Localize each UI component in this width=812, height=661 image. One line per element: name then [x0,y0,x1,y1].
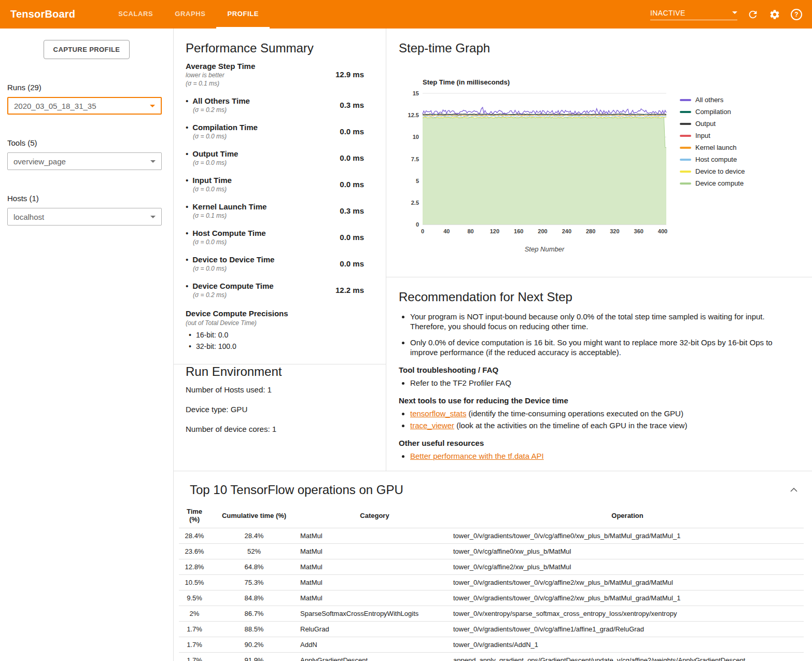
status-value: INACTIVE [650,9,685,17]
env-line: Number of Hosts used: 1 [186,385,386,394]
column-header: Cumulative time (%) [210,505,298,528]
svg-text:400: 400 [658,228,667,234]
legend-label: Input [695,132,710,139]
svg-text:40: 40 [443,228,450,234]
table-cell: tower_0/v/gradients/tower_0/v/cg/affine0… [451,528,804,544]
table-cell: 88.5% [210,622,298,637]
env-line: Device type: GPU [186,405,386,414]
table-cell: MatMul [298,575,451,590]
legend-item: Kernel launch [680,144,745,151]
legend-label: Host compute [695,156,737,163]
link-trace-viewer[interactable]: trace_viewer [410,421,454,430]
rec-subheading: Tool troubleshooting / FAQ [399,365,789,374]
table-row: 1.7%90.2%AddNtower_0/v/gradients/AddN_1 [179,637,804,653]
metric-label-group: Output Time(σ = 0.0 ms) [186,149,238,166]
rec-item: Refer to the TF2 Profiler FAQ [410,378,789,388]
recommendation-subsections: Tool troubleshooting / FAQRefer to the T… [399,365,789,461]
metric-value: 0.0 ms [340,180,364,189]
svg-text:0: 0 [416,221,419,228]
precision-item: 32-bit: 100.0 [189,342,364,350]
tools-select[interactable]: overview_page [7,152,162,170]
tab-scalars[interactable]: SCALARS [107,0,164,29]
table-cell: AddN [298,637,451,653]
metric-value: 0.3 ms [340,101,364,109]
table-cell: SparseSoftmaxCrossEntropyWithLogits [298,606,451,622]
metric-label: Input Time [186,176,232,185]
refresh-icon[interactable] [747,8,759,21]
svg-text:12.5: 12.5 [408,112,419,118]
metric-label-group: Average Step Timelower is better(σ = 0.1… [186,62,255,87]
chevron-up-icon[interactable] [787,483,801,497]
metric-row: Device to Device Time(σ = 0.0 ms)0.0 ms [186,255,364,272]
help-icon[interactable]: ? [790,8,803,21]
step-time-graph-title: Step-time Graph [399,41,802,55]
metric-row: Output Time(σ = 0.0 ms)0.0 ms [186,149,364,166]
metric-label: Average Step Time [186,62,255,71]
recommendation-section: Recommendation for Next Step Your progra… [386,277,812,471]
svg-text:320: 320 [610,228,619,234]
step-time-graph-section: Step-time Graph Step Time (in millisecon… [386,29,812,277]
metric-label-group: Kernel Launch Time(σ = 0.1 ms) [186,202,267,219]
tab-profile[interactable]: PROFILE [216,0,270,29]
table-cell: MatMul [298,544,451,559]
metric-sigma: (σ = 0.0 ms) [193,186,232,193]
legend-item: Device compute [680,179,745,187]
tensorboard-app: TensorBoard SCALARSGRAPHSPROFILE INACTIV… [0,0,812,661]
rec-item: Better performance with the tf.data API [410,451,789,461]
rec-sublist: tensorflow_stats (identify the time-cons… [399,409,789,430]
step-time-chart: Step Time (in milliseconds) 02.557.51012… [399,71,802,253]
metric-label: Compilation Time [186,123,258,132]
table-cell: 28.4% [210,528,298,544]
reload-status-dropdown[interactable]: INACTIVE [650,9,737,20]
run-environment-lines: Number of Hosts used: 1Device type: GPUN… [174,385,386,433]
table-cell: 10.5% [179,575,210,590]
table-cell: MatMul [298,528,451,544]
metric-sigma: (σ = 0.1 ms) [186,80,255,87]
metric-label-group: All Others Time(σ = 0.2 ms) [186,96,250,114]
performance-summary-section: Performance Summary Average Step Timelow… [174,29,386,471]
table-header-row: Time (%)Cumulative time (%)CategoryOpera… [179,505,804,528]
svg-text:10: 10 [413,134,419,140]
metric-sigma: (σ = 0.0 ms) [193,238,266,246]
recommendation-bullets: Your program is NOT input-bound because … [399,312,789,357]
legend-label: Device to device [695,167,745,175]
legend-label: Output [695,120,716,128]
metric-value: 0.0 ms [340,127,364,136]
svg-text:360: 360 [634,228,643,234]
table-cell: 52% [210,544,298,559]
recommendation-bullet: Only 0.0% of device computation is 16 bi… [410,337,789,357]
right-column: Step-time Graph Step Time (in millisecon… [386,29,812,471]
runs-select[interactable]: 2020_03_05_18_31_35 [7,97,162,115]
metric-sigma: (σ = 0.0 ms) [193,265,274,272]
link-better-performance-with-the-tf-data-api[interactable]: Better performance with the tf.data API [410,452,544,460]
chart-title: Step Time (in milliseconds) [423,78,674,86]
rec-sublist: Refer to the TF2 Profiler FAQ [399,378,789,388]
svg-text:160: 160 [514,228,523,234]
metric-label-group: Host Compute Time(σ = 0.0 ms) [186,229,266,246]
table-row: 2%86.7%SparseSoftmaxCrossEntropyWithLogi… [179,606,804,622]
metric-note: lower is better [186,72,255,79]
main-panel: Performance Summary Average Step Timelow… [174,29,812,661]
sidebar: CAPTURE PROFILE Runs (29) 2020_03_05_18_… [0,29,174,661]
env-line: Number of device cores: 1 [186,425,386,433]
hosts-select[interactable]: localhost [7,208,162,226]
gear-icon[interactable] [768,8,781,21]
main-tabs: SCALARSGRAPHSPROFILE [107,0,270,29]
rec-sublist: Better performance with the tf.data API [399,451,789,461]
svg-text:200: 200 [538,228,547,234]
table-cell: append_apply_gradient_ops/GradientDescen… [451,653,804,661]
capture-profile-button[interactable]: CAPTURE PROFILE [44,40,130,59]
run-environment-title: Run Environment [186,364,386,379]
device-compute-precisions: Device Compute Precisions (out of Total … [174,308,386,350]
tab-graphs[interactable]: GRAPHS [164,0,216,29]
column-header: Category [298,505,451,528]
svg-text:7.5: 7.5 [411,156,419,162]
runs-label: Runs (29) [7,83,173,92]
table-row: 1.7%88.5%ReluGradtower_0/v/gradients/tow… [179,622,804,637]
table-cell: 90.2% [210,637,298,653]
metric-label: Device Compute Time [186,282,274,290]
chart-plot-area: Step Time (in milliseconds) 02.557.51012… [399,71,674,253]
link-tensorflow-stats[interactable]: tensorflow_stats [410,409,466,418]
runs-select-value: 2020_03_05_18_31_35 [14,102,96,110]
overview-row: Performance Summary Average Step Timelow… [174,29,812,471]
